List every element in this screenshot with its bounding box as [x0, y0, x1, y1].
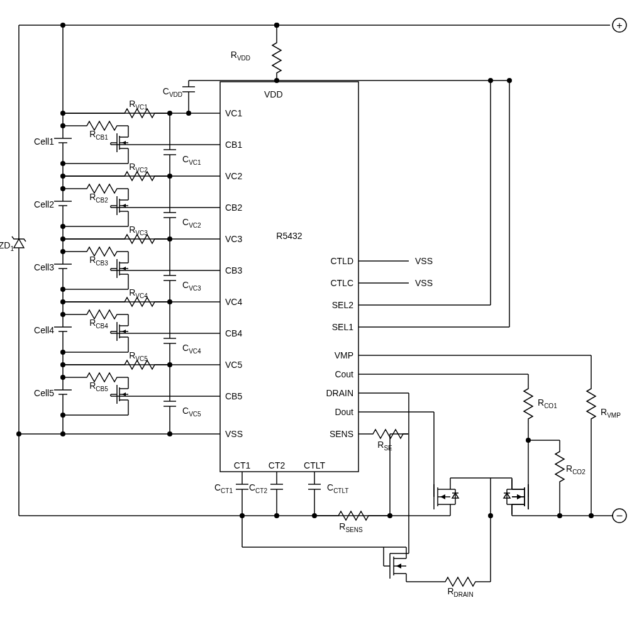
- pin-vc4: VC4: [225, 297, 242, 307]
- pin-vc5: VC5: [225, 360, 242, 370]
- svg-text:RCB4: RCB4: [89, 318, 108, 330]
- pin-ct2: CT2: [269, 460, 286, 470]
- svg-text:RSENS: RSENS: [339, 521, 363, 533]
- pin-cb4: CB4: [225, 328, 242, 338]
- svg-text:CVC2: CVC2: [182, 217, 201, 229]
- pin-drain: DRAIN: [326, 388, 353, 398]
- svg-text:CCT1: CCT1: [214, 482, 233, 494]
- svg-text:RVC3: RVC3: [129, 225, 148, 236]
- svg-text:CVDD: CVDD: [163, 86, 182, 98]
- svg-text:RVDD: RVDD: [231, 50, 250, 62]
- pin-vss: VSS: [225, 429, 243, 439]
- pin-vdd: VDD: [264, 89, 283, 99]
- pin-cout: Cout: [335, 369, 353, 379]
- pin-dout: Dout: [335, 407, 353, 417]
- svg-marker-199: [517, 494, 522, 499]
- cell1: [54, 132, 72, 149]
- pin-cb5: CB5: [225, 391, 242, 401]
- svg-text:RCO1: RCO1: [538, 397, 557, 409]
- zener-diode: [12, 233, 26, 254]
- svg-text:VSS: VSS: [415, 278, 433, 288]
- svg-text:Cell5: Cell5: [34, 388, 54, 398]
- svg-text:RCB2: RCB2: [89, 192, 108, 204]
- svg-text:−: −: [616, 509, 623, 522]
- pin-cb2: CB2: [225, 203, 242, 213]
- svg-marker-212: [396, 564, 401, 569]
- svg-text:Cell1: Cell1: [34, 136, 54, 147]
- discharge-fet: [434, 479, 458, 514]
- svg-text:RVC5: RVC5: [129, 350, 148, 362]
- svg-text:Cell4: Cell4: [34, 325, 54, 335]
- svg-text:RDRAIN: RDRAIN: [447, 586, 473, 598]
- svg-text:CCT2: CCT2: [249, 482, 267, 494]
- svg-text:CVC3: CVC3: [182, 280, 201, 292]
- svg-text:+: +: [616, 20, 622, 31]
- pin-sel2: SEL2: [332, 300, 353, 310]
- svg-text:RVMP: RVMP: [601, 407, 621, 419]
- svg-text:CVC4: CVC4: [182, 343, 201, 355]
- pin-ctlt: CTLT: [304, 460, 325, 470]
- pin-ctld: CTLD: [330, 256, 353, 266]
- pin-vc2: VC2: [225, 171, 242, 181]
- pin-sens: SENS: [330, 429, 353, 439]
- pin-cb3: CB3: [225, 265, 242, 275]
- pin-ct1: CT1: [234, 460, 251, 470]
- svg-text:CVC1: CVC1: [182, 154, 201, 166]
- ic-name: R5432: [276, 231, 302, 241]
- drain-fet: [390, 550, 406, 582]
- pin-ctlc: CTLC: [330, 278, 353, 288]
- pin-vmp: VMP: [335, 350, 353, 360]
- svg-text:RCB5: RCB5: [89, 380, 108, 392]
- svg-text:RCB1: RCB1: [89, 129, 108, 141]
- pin-sel1: SEL1: [332, 322, 353, 332]
- pin-vc3: VC3: [225, 234, 242, 244]
- svg-text:Cell3: Cell3: [34, 262, 54, 272]
- pin-cb1: CB1: [225, 140, 242, 150]
- svg-text:RCO2: RCO2: [566, 464, 586, 475]
- svg-text:CCTLT: CCTLT: [327, 482, 348, 494]
- svg-text:Cell2: Cell2: [34, 199, 54, 209]
- svg-text:RCB3: RCB3: [89, 255, 108, 267]
- svg-text:RVC1: RVC1: [129, 99, 148, 111]
- svg-text:RVC2: RVC2: [129, 162, 148, 174]
- pin-vc1: VC1: [225, 108, 242, 118]
- svg-text:RVC4: RVC4: [129, 287, 148, 299]
- svg-text:ZD1: ZD1: [0, 240, 14, 252]
- svg-text:VSS: VSS: [415, 256, 433, 266]
- svg-text:CVC5: CVC5: [182, 406, 201, 418]
